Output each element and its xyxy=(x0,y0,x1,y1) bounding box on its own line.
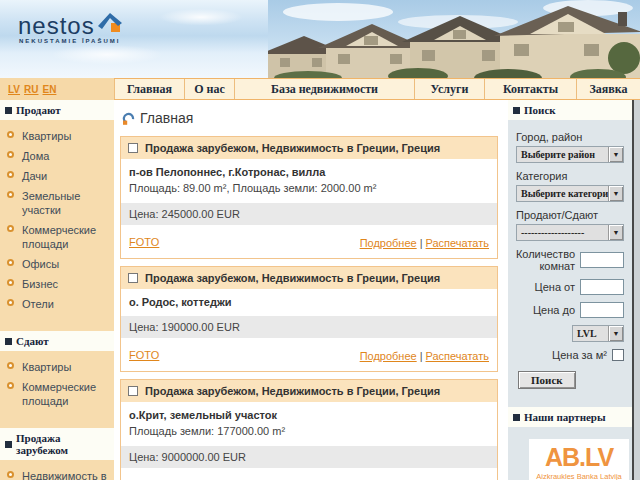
houses-photo xyxy=(268,0,640,78)
rent-list: Квартиры Коммерческие площади xyxy=(0,351,114,420)
price-per-m2-label: Цена за м² xyxy=(552,349,607,361)
radio-bullet-icon xyxy=(7,471,14,478)
print-link[interactable]: Распечатать xyxy=(426,350,489,362)
listing-links: FOTO Подробнее|Распечатать xyxy=(121,227,497,258)
details-link[interactable]: Подробнее xyxy=(360,237,417,249)
price-to-input[interactable] xyxy=(580,302,624,318)
partner-ablv-logo[interactable]: AB.LV Aizkraukles Banka Latvija xyxy=(529,439,629,480)
listing-card: Продажа зарубежом, Недвижимость в Греции… xyxy=(120,136,498,259)
listing-links: FOTO Подробнее|Распечатать xyxy=(121,340,497,371)
language-bar: LV RU EN xyxy=(0,78,114,100)
listing-checkbox[interactable] xyxy=(128,143,138,153)
listing-category-bar: Продажа зарубежом, Недвижимость в Греции… xyxy=(121,267,497,289)
listing-checkbox[interactable] xyxy=(128,273,138,283)
sidebar-item-spain[interactable]: Недвижимость в Испании xyxy=(7,469,111,480)
category-select[interactable]: Выберите категорию ▼ xyxy=(516,185,624,202)
lang-en-link[interactable]: EN xyxy=(43,84,57,95)
listing-title: п-ов Пелопоннес, г.Котронас, вилла xyxy=(121,159,497,184)
nav-request[interactable]: Заявка xyxy=(576,79,640,99)
details-link[interactable]: Подробнее xyxy=(360,350,417,362)
section-rent-header: Сдают xyxy=(0,331,114,351)
search-button[interactable]: Поиск xyxy=(518,371,576,389)
page-title: Главная xyxy=(122,110,498,126)
radio-bullet-icon xyxy=(7,362,14,369)
deal-select[interactable]: ------------------- ▼ xyxy=(516,224,624,241)
lang-ru-link[interactable]: RU xyxy=(24,84,38,95)
radio-bullet-icon xyxy=(7,171,14,178)
price-from-input[interactable] xyxy=(580,279,624,295)
district-select[interactable]: Выберите район ▼ xyxy=(516,146,624,163)
price-from-label: Цена от xyxy=(535,281,575,293)
category-label: Категория xyxy=(516,170,624,182)
listing-card: Продажа зарубежом, Недвижимость в Греции… xyxy=(120,379,498,480)
links-separator: | xyxy=(420,350,423,362)
currency-select[interactable]: LVL ▼ xyxy=(572,325,624,342)
main-content: Главная Продажа зарубежом, Недвижимость … xyxy=(114,100,508,480)
listing-checkbox[interactable] xyxy=(128,386,138,396)
partners-header: Наши партнеры xyxy=(508,407,632,427)
section-title: Поиск xyxy=(524,104,556,116)
listing-price: Цена: 245000.00 EUR xyxy=(121,201,497,227)
listing-price: Цена: 9000000.00 EUR xyxy=(121,444,497,470)
nav-database[interactable]: База недвижимости xyxy=(234,79,414,99)
radio-bullet-icon xyxy=(7,191,14,198)
listing-category-bar: Продажа зарубежом, Недвижимость в Греции… xyxy=(121,137,497,159)
logo-area: nestos NEKUSTAMIE ĪPAŠUMI xyxy=(0,0,268,78)
section-title: Наши партнеры xyxy=(524,411,606,423)
foto-link[interactable]: FOTO xyxy=(129,349,159,361)
section-abroad-header: Продажа зарубежом xyxy=(0,428,114,460)
sidebar-item-business[interactable]: Бизнес xyxy=(7,277,111,291)
listing-area: Площадь: 89.00 m², Площадь земли: 2000.0… xyxy=(121,182,497,201)
sidebar-item-offices[interactable]: Офисы xyxy=(7,257,111,271)
nav-contacts[interactable]: Контакты xyxy=(484,79,576,99)
listing-price: Цена: 190000.00 EUR xyxy=(121,314,497,340)
rooms-label: Количество комнат xyxy=(516,248,575,272)
main-nav: Главная О нас База недвижимости Услуги К… xyxy=(114,78,640,100)
nav-services[interactable]: Услуги xyxy=(414,79,484,99)
listing-links: FOTO Подробнее|Распечатать xyxy=(121,470,497,480)
search-header: Поиск xyxy=(508,100,632,120)
section-title: Продажа зарубежом xyxy=(16,432,110,456)
print-link[interactable]: Распечатать xyxy=(426,237,489,249)
sidebar-item-houses[interactable]: Дома xyxy=(7,149,111,163)
radio-bullet-icon xyxy=(7,225,14,232)
radio-bullet-icon xyxy=(7,382,14,389)
right-sidebar: Поиск Город, район Выберите район ▼ Кате… xyxy=(508,100,632,480)
square-bullet-icon xyxy=(5,338,12,345)
sidebar-item-rent-apartments[interactable]: Квартиры xyxy=(7,360,111,374)
radio-bullet-icon xyxy=(7,279,14,286)
nav-row: LV RU EN Главная О нас База недвижимости… xyxy=(0,78,640,100)
abroad-list: Недвижимость в Испании Испания - услуги … xyxy=(0,460,114,480)
chevron-down-icon: ▼ xyxy=(608,326,623,341)
rooms-input[interactable] xyxy=(580,252,624,268)
sidebar-item-apartments[interactable]: Квартиры xyxy=(7,129,111,143)
sidebar-item-hotels[interactable]: Отели xyxy=(7,297,111,311)
lang-lv-link[interactable]: LV xyxy=(8,84,20,95)
square-bullet-icon xyxy=(5,107,12,114)
radio-bullet-icon xyxy=(7,131,14,138)
district-label: Город, район xyxy=(516,131,624,143)
sidebar-item-commercial[interactable]: Коммерческие площади xyxy=(7,223,111,251)
partners-list: AB.LV Aizkraukles Banka Latvija Jaunie d… xyxy=(508,427,632,480)
left-sidebar: Продают Квартиры Дома Дачи Земельные уча… xyxy=(0,100,114,480)
section-sell-header: Продают xyxy=(0,100,114,120)
nav-home[interactable]: Главная xyxy=(114,79,184,99)
price-per-m2-checkbox[interactable] xyxy=(612,349,624,361)
section-title: Сдают xyxy=(16,335,49,347)
price-to-label: Цена до xyxy=(533,304,575,316)
listing-card: Продажа зарубежом, Недвижимость в Греции… xyxy=(120,266,498,372)
foto-link[interactable]: FOTO xyxy=(129,236,159,248)
sidebar-item-rent-commercial[interactable]: Коммерческие площади xyxy=(7,380,111,408)
window-edge xyxy=(632,100,640,480)
logo[interactable]: nestos xyxy=(18,12,123,37)
page: nestos NEKUSTAMIE ĪPAŠUMI xyxy=(0,0,640,480)
nav-about[interactable]: О нас xyxy=(184,79,234,99)
logo-tagline: NEKUSTAMIE ĪPAŠUMI xyxy=(19,38,120,44)
search-form: Город, район Выберите район ▼ Категория … xyxy=(508,120,632,393)
logo-text: nestos xyxy=(18,15,95,37)
chevron-down-icon: ▼ xyxy=(608,225,623,240)
listing-title: о. Родос, коттеджи xyxy=(121,289,497,314)
sidebar-item-cottages[interactable]: Дачи xyxy=(7,169,111,183)
section-title: Продают xyxy=(16,104,61,116)
sidebar-item-land[interactable]: Земельные участки xyxy=(7,189,111,217)
